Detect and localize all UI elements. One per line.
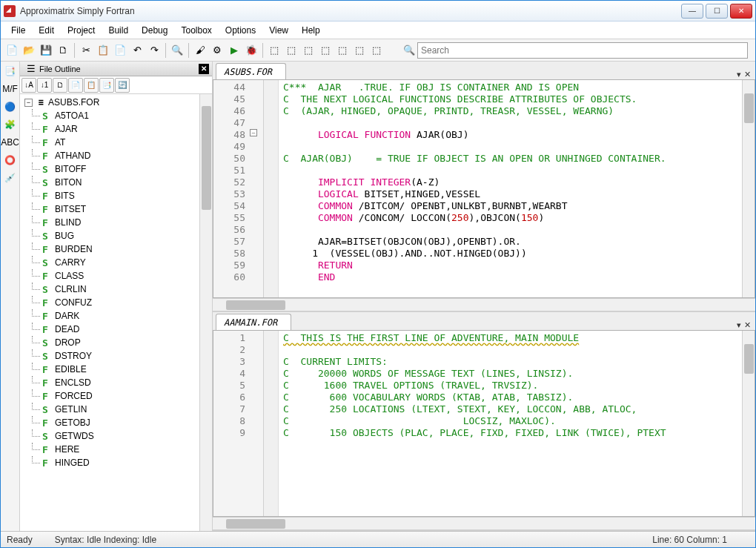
toolbar-button[interactable]: ⬚ bbox=[334, 42, 351, 59]
menu-edit[interactable]: Edit bbox=[33, 23, 60, 38]
toolbar-button[interactable]: ⬚ bbox=[300, 42, 316, 59]
vertical-scrollbar[interactable] bbox=[742, 331, 755, 516]
tree-item[interactable]: SBITOFF bbox=[21, 162, 210, 176]
line-gutter: − 4445464748495051525354555657585960 bbox=[213, 80, 264, 297]
toolbar-button[interactable]: 🔍 bbox=[169, 42, 185, 59]
tree-scrollbar[interactable] bbox=[199, 94, 212, 531]
toolbar-button[interactable]: 💾 bbox=[38, 42, 54, 59]
tree-item[interactable]: SBUG bbox=[21, 229, 210, 242]
sidebar-icon[interactable]: 💉 bbox=[4, 171, 17, 185]
horizontal-scrollbar[interactable] bbox=[213, 298, 755, 311]
panel-menu-icon[interactable]: ☰ bbox=[23, 62, 39, 77]
sidebar-icon[interactable]: 🧩 bbox=[4, 118, 17, 131]
maximize-button[interactable]: ☐ bbox=[706, 4, 728, 19]
toolbar-button[interactable]: ⬚ bbox=[266, 42, 282, 59]
tree-item[interactable]: FAT bbox=[21, 136, 210, 149]
toolbar-button[interactable]: 📂 bbox=[21, 42, 37, 59]
menu-view[interactable]: View bbox=[263, 23, 294, 38]
menu-toolbox[interactable]: Toolbox bbox=[175, 23, 217, 38]
sidebar-icon[interactable]: M/F bbox=[4, 82, 17, 96]
minimize-button[interactable]: — bbox=[681, 4, 703, 19]
tree-item[interactable]: SCARRY bbox=[21, 256, 210, 269]
tree-item[interactable]: FFORCED bbox=[21, 389, 210, 403]
menu-help[interactable]: Help bbox=[296, 23, 326, 38]
fold-marker-icon[interactable]: − bbox=[250, 129, 257, 136]
sidebar-icon[interactable]: ⭕ bbox=[4, 153, 17, 167]
toolbar-button[interactable]: 🗋 bbox=[55, 42, 71, 59]
menu-build[interactable]: Build bbox=[102, 23, 134, 38]
status-ready: Ready bbox=[7, 535, 33, 545]
sidebar-icon[interactable]: 📑 bbox=[4, 65, 17, 78]
tab-dropdown-icon[interactable]: ▾ bbox=[737, 70, 741, 79]
tree-item[interactable]: FEDIBLE bbox=[21, 363, 210, 376]
sidebar-icon[interactable]: 🔵 bbox=[4, 100, 17, 113]
tree-item[interactable]: FBLIND bbox=[21, 216, 210, 229]
tree-item[interactable]: FCLASS bbox=[21, 269, 210, 283]
tree-item[interactable]: SDSTROY bbox=[21, 349, 210, 363]
editor-tab[interactable]: ASUBS.FOR bbox=[216, 63, 286, 79]
toolbar-button[interactable]: 📄 bbox=[4, 42, 20, 59]
tree-item[interactable]: FBITSET bbox=[21, 202, 210, 216]
close-button[interactable]: ✕ bbox=[730, 4, 752, 19]
tree-item[interactable]: FCONFUZ bbox=[21, 296, 210, 309]
toolbar-button[interactable]: ⬚ bbox=[368, 42, 385, 59]
tree-item[interactable]: SGETLIN bbox=[21, 403, 210, 416]
editor-tab[interactable]: AAMAIN.FOR bbox=[216, 314, 291, 330]
menu-debug[interactable]: Debug bbox=[136, 23, 173, 38]
outline-tool-button[interactable]: 🗋 bbox=[53, 78, 67, 93]
search-input[interactable] bbox=[417, 42, 748, 59]
toolbar-button[interactable]: ↶ bbox=[129, 42, 145, 59]
outline-tool-button[interactable]: ↓1 bbox=[37, 78, 52, 93]
menu-file[interactable]: File bbox=[5, 23, 31, 38]
tree-item[interactable]: SA5TOA1 bbox=[21, 109, 210, 122]
expander-icon[interactable]: − bbox=[24, 99, 33, 107]
tree-item[interactable]: FHINGED bbox=[21, 456, 210, 469]
symbol-name: GETLIN bbox=[55, 404, 87, 415]
toolbar-button[interactable]: ⬚ bbox=[317, 42, 334, 59]
sidebar-icon[interactable]: ABC bbox=[4, 136, 17, 149]
tree-item[interactable]: FENCLSD bbox=[21, 376, 210, 389]
toolbar-button[interactable]: ⬚ bbox=[351, 42, 368, 59]
tree-item[interactable]: SBITON bbox=[21, 176, 210, 189]
toolbar-button[interactable]: 🖌 bbox=[192, 42, 208, 59]
menu-options[interactable]: Options bbox=[219, 23, 262, 38]
tree-root[interactable]: − ≡ ASUBS.FOR bbox=[21, 96, 210, 109]
tree-item[interactable]: FAJAR bbox=[21, 122, 210, 136]
tab-dropdown-icon[interactable]: ▾ bbox=[737, 320, 741, 330]
toolbar-button[interactable]: ↷ bbox=[146, 42, 162, 59]
toolbar-button[interactable]: 📄 bbox=[112, 42, 128, 59]
outline-tool-button[interactable]: ↓A bbox=[21, 78, 36, 93]
tree-item[interactable]: FGETOBJ bbox=[21, 416, 210, 429]
outline-tool-button[interactable]: 🔄 bbox=[115, 78, 130, 93]
toolbar-button[interactable]: 🐞 bbox=[243, 42, 259, 59]
horizontal-scrollbar[interactable] bbox=[213, 517, 755, 529]
tab-close-icon[interactable]: ✕ bbox=[744, 70, 751, 79]
outline-tool-button[interactable]: 📑 bbox=[99, 78, 114, 93]
function-icon: F bbox=[42, 271, 53, 282]
symbol-name: DROP bbox=[55, 337, 81, 348]
toolbar-button[interactable]: ✂ bbox=[78, 42, 94, 59]
toolbar-button[interactable]: ▶ bbox=[226, 42, 242, 59]
toolbar-button[interactable]: ⬚ bbox=[283, 42, 299, 59]
code-editor[interactable]: C*** AJAR .TRUE. IF OBJ IS CONTAINER AND… bbox=[264, 80, 742, 297]
toolbar-button[interactable]: 📋 bbox=[95, 42, 111, 59]
tree-item[interactable]: SDROP bbox=[21, 336, 210, 349]
function-icon: F bbox=[42, 297, 53, 308]
outline-tree[interactable]: − ≡ ASUBS.FOR SA5TOA1FAJARFATFATHANDSBIT… bbox=[20, 94, 212, 531]
code-editor[interactable]: C THIS IS THE FIRST LINE OF ADVENTURE, M… bbox=[264, 331, 742, 516]
tree-item[interactable]: FHERE bbox=[21, 443, 210, 456]
tree-item[interactable]: FBITS bbox=[21, 189, 210, 202]
outline-tool-button[interactable]: 📄 bbox=[68, 78, 83, 93]
tree-item[interactable]: FATHAND bbox=[21, 149, 210, 162]
tree-item[interactable]: FDEAD bbox=[21, 323, 210, 336]
tree-item[interactable]: SCLRLIN bbox=[21, 283, 210, 296]
tree-item[interactable]: FBURDEN bbox=[21, 242, 210, 256]
menu-project[interactable]: Project bbox=[62, 23, 101, 38]
tree-item[interactable]: FDARK bbox=[21, 309, 210, 323]
tree-item[interactable]: SGETWDS bbox=[21, 429, 210, 443]
toolbar-button[interactable]: ⚙ bbox=[209, 42, 225, 59]
outline-tool-button[interactable]: 📋 bbox=[84, 78, 99, 93]
vertical-scrollbar[interactable] bbox=[742, 80, 755, 297]
tab-close-icon[interactable]: ✕ bbox=[744, 320, 751, 330]
panel-close-button[interactable]: ✕ bbox=[199, 64, 209, 74]
